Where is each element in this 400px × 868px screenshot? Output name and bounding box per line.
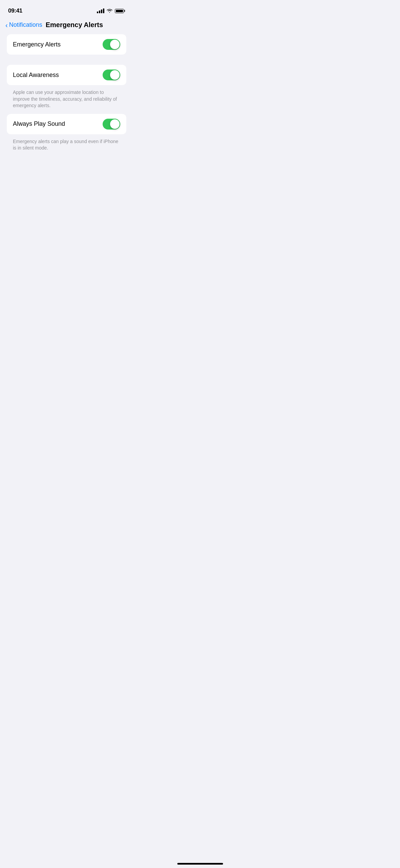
always-play-sound-toggle[interactable]: [103, 119, 120, 130]
status-time: 09:41: [8, 7, 22, 14]
emergency-alerts-row: Emergency Alerts: [7, 34, 126, 55]
local-awareness-card: Local Awareness: [7, 65, 126, 85]
nav-header: ‹ Notifications Emergency Alerts: [0, 18, 133, 34]
page-title: Emergency Alerts: [46, 21, 103, 29]
always-play-sound-description: Emergency alerts can play a sound even i…: [7, 137, 126, 156]
local-awareness-toggle-knob: [110, 70, 120, 80]
always-play-sound-card: Always Play Sound: [7, 114, 126, 134]
emergency-alerts-toggle-knob: [110, 40, 120, 49]
emergency-alerts-card: Emergency Alerts: [7, 34, 126, 55]
local-awareness-label: Local Awareness: [13, 72, 59, 79]
emergency-alerts-label: Emergency Alerts: [13, 41, 61, 48]
status-icons: [97, 8, 125, 13]
emergency-alerts-group: Emergency Alerts: [7, 34, 126, 55]
status-bar: 09:41: [0, 0, 133, 17]
local-awareness-row: Local Awareness: [7, 65, 126, 85]
back-button[interactable]: ‹ Notifications: [5, 21, 42, 28]
local-awareness-group: Local Awareness Apple can use your appro…: [7, 65, 126, 156]
back-chevron-icon: ‹: [5, 22, 8, 28]
always-play-sound-row: Always Play Sound: [7, 114, 126, 134]
always-play-sound-label: Always Play Sound: [13, 120, 65, 127]
signal-bars-icon: [97, 8, 104, 13]
back-label[interactable]: Notifications: [9, 21, 42, 28]
local-awareness-toggle[interactable]: [103, 70, 120, 80]
always-play-sound-toggle-knob: [110, 119, 120, 129]
emergency-alerts-toggle[interactable]: [103, 39, 120, 50]
local-awareness-description: Apple can use your approximate location …: [7, 88, 126, 114]
main-content: Emergency Alerts Local Awareness Apple c…: [0, 34, 133, 156]
wifi-icon: [107, 9, 112, 13]
battery-icon: [115, 9, 125, 13]
